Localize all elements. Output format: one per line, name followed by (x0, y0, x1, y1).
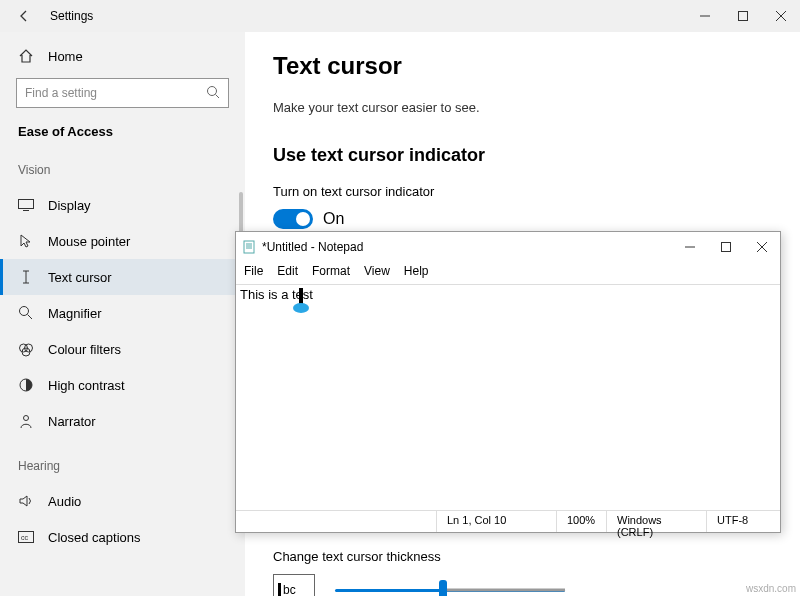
colour-filters-icon (18, 341, 34, 357)
toggle-switch[interactable] (273, 209, 313, 229)
notepad-menubar: File Edit Format View Help (236, 262, 780, 284)
text-cursor-indicator-icon (292, 288, 310, 319)
notepad-statusbar: Ln 1, Col 10 100% Windows (CRLF) UTF-8 (236, 510, 780, 532)
svg-rect-22 (299, 288, 303, 304)
section-title: Ease of Access (0, 118, 245, 159)
menu-help[interactable]: Help (404, 264, 429, 278)
toggle-label: Turn on text cursor indicator (273, 184, 772, 199)
maximize-button[interactable] (724, 0, 762, 32)
sidebar-item-label: Narrator (48, 414, 96, 429)
minimize-icon (700, 11, 710, 21)
back-arrow-icon (17, 9, 31, 23)
status-zoom: 100% (556, 511, 606, 532)
notepad-minimize-button[interactable] (672, 232, 708, 262)
home-label: Home (48, 49, 83, 64)
svg-point-12 (24, 416, 29, 421)
maximize-icon (738, 11, 748, 21)
sidebar-item-label: High contrast (48, 378, 125, 393)
notepad-titlebar: *Untitled - Notepad (236, 232, 780, 262)
thickness-preview: bc (273, 574, 315, 596)
notepad-window-controls (672, 232, 780, 262)
watermark: wsxdn.com (746, 583, 796, 594)
sidebar: Home Find a setting Ease of Access Visio… (0, 32, 245, 596)
sidebar-item-label: Magnifier (48, 306, 101, 321)
svg-rect-1 (739, 12, 748, 21)
section-heading: Use text cursor indicator (273, 145, 772, 166)
notepad-window: *Untitled - Notepad File Edit Format Vie… (235, 231, 781, 533)
thickness-label: Change text cursor thickness (273, 549, 772, 564)
home-icon (18, 48, 34, 64)
svg-point-2 (208, 86, 217, 95)
magnifier-icon (18, 305, 34, 321)
notepad-textarea[interactable]: This is a test (236, 284, 780, 510)
svg-line-7 (28, 315, 33, 320)
pointer-icon (18, 233, 34, 249)
group-hearing: Hearing (0, 439, 245, 483)
svg-point-6 (20, 307, 29, 316)
sidebar-item-label: Text cursor (48, 270, 112, 285)
display-icon (18, 197, 34, 213)
status-lineending: Windows (CRLF) (606, 511, 706, 532)
svg-rect-15 (244, 241, 254, 253)
window-title: Settings (50, 9, 93, 23)
menu-file[interactable]: File (244, 264, 263, 278)
sidebar-item-label: Colour filters (48, 342, 121, 357)
close-icon (776, 11, 786, 21)
menu-format[interactable]: Format (312, 264, 350, 278)
minimize-icon (685, 242, 695, 252)
page-title: Text cursor (273, 52, 772, 80)
notepad-close-button[interactable] (744, 232, 780, 262)
closed-captions-icon: cc (18, 529, 34, 545)
narrator-icon (18, 413, 34, 429)
sidebar-item-mouse-pointer[interactable]: Mouse pointer (0, 223, 245, 259)
slider-thumb[interactable] (439, 580, 447, 596)
titlebar: Settings (0, 0, 800, 32)
sidebar-item-audio[interactable]: Audio (0, 483, 245, 519)
status-spacer (236, 511, 436, 532)
sidebar-item-closed-captions[interactable]: cc Closed captions (0, 519, 245, 555)
text-cursor-icon (18, 269, 34, 285)
search-input[interactable]: Find a setting (16, 78, 229, 108)
svg-text:cc: cc (21, 534, 29, 541)
thickness-row: bc (273, 574, 772, 596)
sidebar-item-label: Display (48, 198, 91, 213)
notepad-title: *Untitled - Notepad (262, 240, 363, 254)
minimize-button[interactable] (686, 0, 724, 32)
menu-edit[interactable]: Edit (277, 264, 298, 278)
menu-view[interactable]: View (364, 264, 390, 278)
preview-text: bc (283, 583, 296, 596)
audio-icon (18, 493, 34, 509)
svg-point-23 (293, 303, 309, 313)
back-button[interactable] (6, 0, 42, 32)
search-placeholder: Find a setting (25, 86, 206, 100)
svg-line-3 (216, 94, 220, 98)
high-contrast-icon (18, 377, 34, 393)
sidebar-item-narrator[interactable]: Narrator (0, 403, 245, 439)
close-button[interactable] (762, 0, 800, 32)
sidebar-item-high-contrast[interactable]: High contrast (0, 367, 245, 403)
notepad-maximize-button[interactable] (708, 232, 744, 262)
status-position: Ln 1, Col 10 (436, 511, 556, 532)
slider-track (335, 589, 565, 592)
status-encoding: UTF-8 (706, 511, 780, 532)
toggle-state: On (323, 210, 344, 228)
sidebar-item-label: Closed captions (48, 530, 141, 545)
window-controls (686, 0, 800, 32)
toggle-row: On (273, 209, 772, 229)
search-icon (206, 85, 220, 102)
page-subtitle: Make your text cursor easier to see. (273, 100, 772, 115)
thickness-slider[interactable] (335, 578, 565, 596)
notepad-icon (242, 240, 256, 254)
sidebar-item-colour-filters[interactable]: Colour filters (0, 331, 245, 367)
sidebar-item-display[interactable]: Display (0, 187, 245, 223)
home-nav[interactable]: Home (0, 40, 245, 72)
sidebar-item-label: Mouse pointer (48, 234, 130, 249)
svg-rect-20 (722, 243, 731, 252)
close-icon (757, 242, 767, 252)
sidebar-item-text-cursor[interactable]: Text cursor (0, 259, 245, 295)
sidebar-item-magnifier[interactable]: Magnifier (0, 295, 245, 331)
group-vision: Vision (0, 159, 245, 187)
sidebar-item-label: Audio (48, 494, 81, 509)
caret-preview-icon (278, 583, 281, 596)
maximize-icon (721, 242, 731, 252)
